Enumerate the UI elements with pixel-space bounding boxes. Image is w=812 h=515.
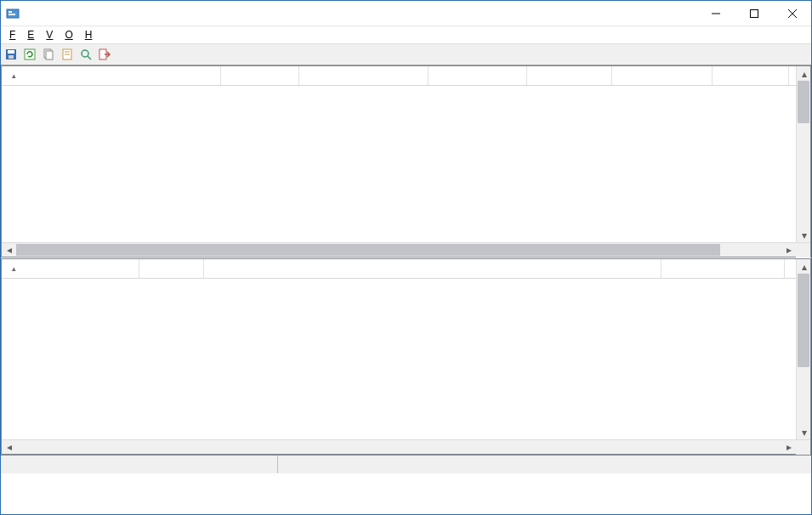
col-detail-path[interactable] bbox=[204, 259, 662, 278]
scroll-right-icon[interactable]: ▸ bbox=[781, 243, 796, 258]
save-icon[interactable] bbox=[4, 48, 18, 61]
details-list[interactable] bbox=[2, 279, 810, 454]
details-pane: ▴ ▴ ▾ ◂ ▸ bbox=[1, 258, 811, 455]
scroll-thumb[interactable] bbox=[798, 274, 809, 367]
menu-bar: F E V O H bbox=[1, 26, 811, 43]
svg-rect-10 bbox=[25, 49, 35, 59]
col-display-name[interactable]: ▴ bbox=[2, 66, 221, 85]
app-icon bbox=[6, 7, 20, 20]
sort-asc-icon: ▴ bbox=[12, 71, 16, 80]
col-publisher[interactable] bbox=[299, 66, 429, 85]
packages-header-row: ▴ bbox=[2, 66, 810, 86]
scroll-thumb[interactable] bbox=[798, 81, 809, 123]
packages-list[interactable] bbox=[2, 86, 810, 257]
scroll-down-icon[interactable]: ▾ bbox=[797, 425, 811, 439]
svg-point-16 bbox=[82, 50, 88, 57]
toolbar bbox=[1, 43, 811, 65]
title-bar bbox=[1, 1, 811, 26]
scroll-up-icon[interactable]: ▴ bbox=[797, 259, 811, 274]
col-detail-registry-time[interactable] bbox=[662, 259, 785, 278]
scroll-right-icon[interactable]: ▸ bbox=[781, 440, 796, 455]
copy-icon[interactable] bbox=[42, 48, 55, 61]
sort-asc-icon: ▴ bbox=[12, 264, 16, 273]
packages-pane: ▴ ▴ ▾ ◂ ▸ bbox=[1, 65, 811, 258]
packages-vscrollbar[interactable]: ▴ ▾ bbox=[796, 66, 810, 242]
scroll-down-icon[interactable]: ▾ bbox=[797, 228, 811, 242]
close-button[interactable] bbox=[773, 1, 811, 25]
details-hscrollbar[interactable]: ◂ ▸ bbox=[2, 439, 810, 454]
minimize-button[interactable] bbox=[696, 1, 735, 25]
scroll-left-icon[interactable]: ◂ bbox=[2, 440, 16, 455]
menu-file[interactable]: F bbox=[4, 28, 20, 42]
scroll-up-icon[interactable]: ▴ bbox=[797, 66, 811, 81]
scroll-thumb[interactable] bbox=[16, 244, 720, 256]
col-install-date[interactable] bbox=[527, 66, 612, 85]
find-icon[interactable] bbox=[79, 48, 93, 61]
refresh-icon[interactable] bbox=[23, 48, 37, 61]
svg-rect-2 bbox=[9, 14, 15, 15]
details-header-row: ▴ bbox=[2, 259, 810, 279]
details-vscrollbar[interactable]: ▴ ▾ bbox=[796, 259, 810, 439]
col-id[interactable] bbox=[429, 66, 527, 85]
col-registry-time[interactable] bbox=[612, 66, 713, 85]
col-estimated-size[interactable] bbox=[713, 66, 789, 85]
packages-hscrollbar[interactable]: ◂ ▸ bbox=[2, 242, 810, 257]
svg-rect-8 bbox=[8, 50, 14, 54]
svg-line-17 bbox=[88, 56, 91, 59]
status-bar bbox=[1, 455, 811, 473]
menu-view[interactable]: V bbox=[41, 28, 58, 42]
maximize-button[interactable] bbox=[735, 1, 773, 25]
scroll-left-icon[interactable]: ◂ bbox=[2, 243, 16, 258]
svg-rect-4 bbox=[750, 9, 758, 17]
status-item-count bbox=[6, 456, 278, 473]
svg-rect-9 bbox=[9, 55, 14, 59]
menu-edit[interactable]: E bbox=[22, 28, 39, 42]
col-detail-id[interactable]: ▴ bbox=[2, 259, 139, 278]
window-controls bbox=[696, 1, 811, 25]
svg-rect-1 bbox=[9, 11, 12, 13]
menu-help[interactable]: H bbox=[80, 28, 98, 42]
exit-icon[interactable] bbox=[98, 48, 111, 61]
col-display-version[interactable] bbox=[221, 66, 299, 85]
properties-icon[interactable] bbox=[60, 48, 74, 61]
col-detail-type[interactable] bbox=[139, 259, 204, 278]
menu-options[interactable]: O bbox=[60, 28, 77, 42]
svg-rect-12 bbox=[46, 51, 53, 59]
